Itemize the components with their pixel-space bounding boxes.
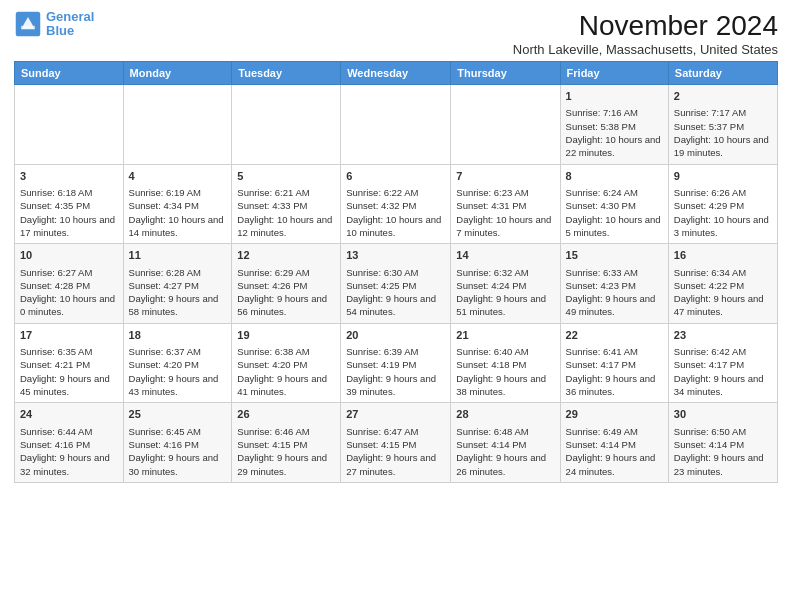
- day-info: Daylight: 10 hours and 19 minutes.: [674, 133, 772, 160]
- day-number: 24: [20, 407, 118, 422]
- day-info: Sunrise: 6:38 AM: [237, 345, 335, 358]
- cell-3-5: 14Sunrise: 6:32 AMSunset: 4:24 PMDayligh…: [451, 244, 560, 324]
- day-info: Daylight: 9 hours and 23 minutes.: [674, 451, 772, 478]
- cell-1-4: [341, 85, 451, 165]
- title-block: November 2024 North Lakeville, Massachus…: [513, 10, 778, 57]
- day-info: Daylight: 9 hours and 30 minutes.: [129, 451, 227, 478]
- day-info: Daylight: 9 hours and 56 minutes.: [237, 292, 335, 319]
- day-info: Sunrise: 6:40 AM: [456, 345, 554, 358]
- day-number: 25: [129, 407, 227, 422]
- day-info: Daylight: 10 hours and 0 minutes.: [20, 292, 118, 319]
- day-number: 19: [237, 328, 335, 343]
- calendar-body: 1Sunrise: 7:16 AMSunset: 5:38 PMDaylight…: [15, 85, 778, 483]
- day-info: Sunrise: 6:26 AM: [674, 186, 772, 199]
- cell-1-2: [123, 85, 232, 165]
- header-cell-friday: Friday: [560, 62, 668, 85]
- day-number: 11: [129, 248, 227, 263]
- day-number: 7: [456, 169, 554, 184]
- day-info: Daylight: 9 hours and 39 minutes.: [346, 372, 445, 399]
- day-info: Sunrise: 6:18 AM: [20, 186, 118, 199]
- day-number: 9: [674, 169, 772, 184]
- day-number: 1: [566, 89, 663, 104]
- cell-4-1: 17Sunrise: 6:35 AMSunset: 4:21 PMDayligh…: [15, 323, 124, 403]
- day-info: Daylight: 10 hours and 12 minutes.: [237, 213, 335, 240]
- logo: General Blue: [14, 10, 94, 39]
- cell-2-1: 3Sunrise: 6:18 AMSunset: 4:35 PMDaylight…: [15, 164, 124, 244]
- day-info: Sunset: 4:20 PM: [129, 358, 227, 371]
- day-info: Sunset: 4:28 PM: [20, 279, 118, 292]
- cell-4-7: 23Sunrise: 6:42 AMSunset: 4:17 PMDayligh…: [668, 323, 777, 403]
- day-info: Daylight: 10 hours and 10 minutes.: [346, 213, 445, 240]
- header-cell-monday: Monday: [123, 62, 232, 85]
- day-info: Sunset: 4:17 PM: [674, 358, 772, 371]
- day-info: Sunset: 4:15 PM: [237, 438, 335, 451]
- day-info: Daylight: 9 hours and 36 minutes.: [566, 372, 663, 399]
- day-info: Daylight: 10 hours and 3 minutes.: [674, 213, 772, 240]
- day-info: Sunrise: 6:39 AM: [346, 345, 445, 358]
- day-info: Sunrise: 6:22 AM: [346, 186, 445, 199]
- day-info: Daylight: 9 hours and 54 minutes.: [346, 292, 445, 319]
- day-info: Sunrise: 7:16 AM: [566, 106, 663, 119]
- cell-4-2: 18Sunrise: 6:37 AMSunset: 4:20 PMDayligh…: [123, 323, 232, 403]
- day-number: 22: [566, 328, 663, 343]
- day-number: 6: [346, 169, 445, 184]
- cell-5-4: 27Sunrise: 6:47 AMSunset: 4:15 PMDayligh…: [341, 403, 451, 483]
- day-info: Sunset: 4:27 PM: [129, 279, 227, 292]
- day-info: Daylight: 10 hours and 5 minutes.: [566, 213, 663, 240]
- day-number: 13: [346, 248, 445, 263]
- week-row-5: 24Sunrise: 6:44 AMSunset: 4:16 PMDayligh…: [15, 403, 778, 483]
- cell-5-2: 25Sunrise: 6:45 AMSunset: 4:16 PMDayligh…: [123, 403, 232, 483]
- day-info: Sunset: 4:16 PM: [20, 438, 118, 451]
- day-info: Sunset: 4:16 PM: [129, 438, 227, 451]
- day-number: 4: [129, 169, 227, 184]
- cell-1-7: 2Sunrise: 7:17 AMSunset: 5:37 PMDaylight…: [668, 85, 777, 165]
- day-info: Sunrise: 6:44 AM: [20, 425, 118, 438]
- day-number: 28: [456, 407, 554, 422]
- day-info: Sunrise: 6:50 AM: [674, 425, 772, 438]
- day-info: Sunrise: 6:48 AM: [456, 425, 554, 438]
- calendar-table: SundayMondayTuesdayWednesdayThursdayFrid…: [14, 61, 778, 483]
- cell-4-3: 19Sunrise: 6:38 AMSunset: 4:20 PMDayligh…: [232, 323, 341, 403]
- cell-4-4: 20Sunrise: 6:39 AMSunset: 4:19 PMDayligh…: [341, 323, 451, 403]
- day-info: Sunrise: 6:35 AM: [20, 345, 118, 358]
- day-number: 21: [456, 328, 554, 343]
- header-cell-saturday: Saturday: [668, 62, 777, 85]
- day-info: Sunset: 4:33 PM: [237, 199, 335, 212]
- day-info: Daylight: 9 hours and 26 minutes.: [456, 451, 554, 478]
- day-info: Daylight: 9 hours and 49 minutes.: [566, 292, 663, 319]
- cell-5-7: 30Sunrise: 6:50 AMSunset: 4:14 PMDayligh…: [668, 403, 777, 483]
- day-info: Daylight: 10 hours and 14 minutes.: [129, 213, 227, 240]
- logo-icon: [14, 10, 42, 38]
- logo-line1: General: [46, 9, 94, 24]
- header-cell-wednesday: Wednesday: [341, 62, 451, 85]
- day-info: Daylight: 10 hours and 7 minutes.: [456, 213, 554, 240]
- day-info: Sunset: 4:17 PM: [566, 358, 663, 371]
- day-number: 27: [346, 407, 445, 422]
- day-info: Sunrise: 6:34 AM: [674, 266, 772, 279]
- day-info: Daylight: 10 hours and 17 minutes.: [20, 213, 118, 240]
- day-info: Daylight: 9 hours and 47 minutes.: [674, 292, 772, 319]
- svg-rect-2: [21, 26, 35, 29]
- day-number: 5: [237, 169, 335, 184]
- day-info: Sunset: 4:15 PM: [346, 438, 445, 451]
- cell-1-1: [15, 85, 124, 165]
- header: General Blue November 2024 North Lakevil…: [14, 10, 778, 57]
- day-info: Daylight: 9 hours and 38 minutes.: [456, 372, 554, 399]
- day-info: Sunset: 4:14 PM: [456, 438, 554, 451]
- cell-5-6: 29Sunrise: 6:49 AMSunset: 4:14 PMDayligh…: [560, 403, 668, 483]
- cell-5-3: 26Sunrise: 6:46 AMSunset: 4:15 PMDayligh…: [232, 403, 341, 483]
- day-info: Sunrise: 6:23 AM: [456, 186, 554, 199]
- day-info: Sunrise: 6:32 AM: [456, 266, 554, 279]
- day-info: Sunset: 4:26 PM: [237, 279, 335, 292]
- logo-line2: Blue: [46, 23, 74, 38]
- cell-5-1: 24Sunrise: 6:44 AMSunset: 4:16 PMDayligh…: [15, 403, 124, 483]
- day-info: Sunrise: 7:17 AM: [674, 106, 772, 119]
- day-info: Daylight: 9 hours and 41 minutes.: [237, 372, 335, 399]
- day-info: Sunrise: 6:28 AM: [129, 266, 227, 279]
- day-info: Sunset: 4:14 PM: [566, 438, 663, 451]
- day-number: 29: [566, 407, 663, 422]
- location-title: North Lakeville, Massachusetts, United S…: [513, 42, 778, 57]
- day-info: Sunset: 4:22 PM: [674, 279, 772, 292]
- week-row-1: 1Sunrise: 7:16 AMSunset: 5:38 PMDaylight…: [15, 85, 778, 165]
- day-number: 26: [237, 407, 335, 422]
